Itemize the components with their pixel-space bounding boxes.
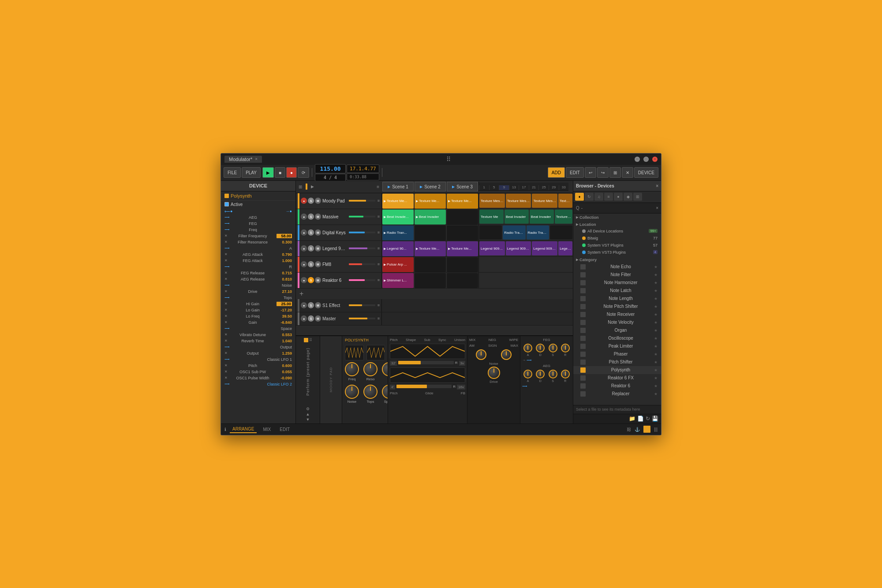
close-btn[interactable]: × (652, 157, 658, 162)
browser-item-note-latch[interactable]: Note Latch ★ (573, 287, 661, 295)
massive-clip-2[interactable]: ▶Beat Invader (415, 210, 446, 225)
browser-item-replacer[interactable]: Replacer ★ (573, 390, 661, 398)
fm8-solo[interactable]: S (308, 261, 314, 267)
add-track-btn[interactable]: + (299, 290, 303, 298)
browser-folder-icon[interactable]: 📁 (629, 416, 635, 422)
status-link-icon[interactable]: ⛓ (627, 427, 631, 432)
browser-item-peak-limiter[interactable]: Peak Limiter ★ (573, 342, 661, 350)
master-rec[interactable]: ● (301, 315, 307, 322)
browser-item-organ[interactable]: Organ ★ (573, 326, 661, 334)
massive-rec[interactable]: ● (301, 213, 307, 220)
param-pitch[interactable]: ✕ Pitch 0.600 (221, 363, 295, 369)
param-feg-release[interactable]: ✕ FEG Release 0.715 (221, 270, 295, 276)
legend-909-arr-2[interactable]: Legend 909 Tec (506, 241, 531, 255)
freq-knob[interactable] (345, 362, 359, 376)
record-button[interactable]: ● (286, 167, 297, 178)
feg-d-knob[interactable] (536, 344, 545, 352)
moody-pad-rec[interactable]: ● (301, 198, 307, 204)
param-hi-gain[interactable]: ✕ Hi Gain 25.00 (221, 301, 295, 307)
browser-item-phaser[interactable]: Phaser ★ (573, 350, 661, 358)
space-knob[interactable] (382, 385, 388, 399)
legend-909-clip-1[interactable]: ▶Legend 90... (382, 241, 414, 256)
browser-item-note-receiver[interactable]: Note Receiver ★ (573, 311, 661, 318)
feg-r-knob[interactable] (561, 344, 570, 352)
massive-arr-1[interactable]: Texture Me (479, 210, 504, 224)
replacer-star[interactable]: ★ (654, 392, 658, 396)
aeg-d-knob[interactable] (536, 370, 545, 378)
browser-tab-files[interactable]: ≡ (604, 193, 613, 201)
stop-button[interactable]: ■ (275, 167, 285, 178)
param-aeg-release[interactable]: ✕ AEG Release 0.810 (221, 276, 295, 282)
play-mode-button[interactable]: PLAY (242, 167, 261, 178)
drive-knob[interactable] (488, 367, 500, 379)
delete-button[interactable]: ✕ (622, 167, 633, 178)
browser-tab-6[interactable]: ◆ (624, 193, 632, 201)
moody-pad-arr-4[interactable]: Texture M (558, 194, 572, 208)
mix-2-knob[interactable] (501, 349, 512, 360)
massive-clip-3[interactable] (447, 210, 478, 225)
browser-item-note-harmonizer[interactable]: Note Harmonizer ★ (573, 279, 661, 287)
tops-knob[interactable] (363, 385, 377, 399)
browser-item-note-velocity[interactable]: Note Velocity ★ (573, 318, 661, 326)
browser-refresh-icon[interactable]: ↻ (646, 416, 650, 422)
fm8-clip-2[interactable] (415, 257, 446, 272)
fm8-mute[interactable]: M (315, 261, 321, 267)
browser-item-note-length[interactable]: Note Length ★ (573, 295, 661, 303)
peak-limiter-star[interactable]: ★ (654, 344, 658, 348)
digital-keys-solo[interactable]: S (308, 229, 314, 236)
browser-new-icon[interactable]: 📄 (637, 416, 644, 422)
osc1-bar[interactable] (398, 361, 453, 364)
note-pitch-shifter-star[interactable]: ★ (654, 304, 658, 309)
active-checkbox[interactable] (224, 202, 229, 206)
status-bars-icon[interactable]: ||| (654, 427, 658, 432)
reso-knob[interactable] (363, 362, 377, 376)
massive-mute[interactable]: M (315, 213, 321, 220)
polysynth-star[interactable]: ★ (654, 368, 658, 372)
param-reverb-time[interactable]: ✕ Reverb Time 1.040 (221, 338, 295, 344)
bpm-display[interactable]: 115.00 (315, 164, 346, 173)
scene-1-btn[interactable]: ▶Scene 1 (382, 182, 414, 191)
browser-item-oscilloscope[interactable]: Oscilloscope ★ (573, 334, 661, 342)
moody-pad-clip-2[interactable]: ▶Texture Me... (415, 194, 446, 209)
loop-button[interactable]: ⟳ (298, 167, 309, 178)
moody-pad-solo[interactable]: S (308, 198, 314, 204)
reaktor6-mute[interactable]: M (315, 277, 321, 283)
massive-arr-3[interactable]: Beat Invader (530, 210, 554, 224)
browser-item-note-echo[interactable]: Note Echo ★ (573, 263, 661, 271)
legend-909-solo[interactable]: S (308, 245, 314, 251)
massive-clip-1[interactable]: ▶Beat Invade... (382, 210, 414, 225)
note-receiver-star[interactable]: ★ (654, 312, 658, 317)
legend-909-arr-3[interactable]: Legend 909 Techno (532, 241, 557, 255)
device-button[interactable]: DEVICE (634, 167, 658, 178)
param-output[interactable]: ✕ Output 1.259 (221, 350, 295, 356)
param-lo-gain[interactable]: ✕ Lo Gain -17.20 (221, 307, 295, 313)
param-aeg-attack[interactable]: ✕ AEG Attack 0.790 (221, 251, 295, 258)
digital-keys-mute[interactable]: M (315, 229, 321, 236)
noise-knob[interactable] (345, 385, 359, 399)
note-latch-star[interactable]: ★ (654, 288, 658, 293)
s1-rec[interactable]: ● (301, 302, 307, 308)
param-lo-freq[interactable]: ✕ Lo Freq 39.50 (221, 313, 295, 319)
note-filter-star[interactable]: ★ (654, 273, 658, 277)
legend-909-arr-1[interactable]: Legend 909 Tec (479, 241, 505, 255)
minimize-btn[interactable]: ─ (635, 157, 640, 162)
digital-keys-arr-3[interactable]: Radio Transmissio (527, 225, 549, 240)
play-button[interactable]: ▶ (262, 167, 274, 178)
arrange-tab[interactable]: ARRANGE (230, 426, 257, 433)
param-vibrato-detune[interactable]: ✕ Vibrato Detune 0.553 (221, 332, 295, 338)
param-osc1-sub[interactable]: ✕ OSC1 Sub PW 0.055 (221, 369, 295, 375)
note-harmonizer-star[interactable]: ★ (654, 281, 658, 285)
reaktor6-solo[interactable]: S (308, 277, 314, 283)
browser-tab-7[interactable]: ⊞ (633, 193, 642, 201)
legend-909-mute[interactable]: M (315, 245, 321, 251)
aeg-a-knob[interactable] (523, 370, 532, 378)
mix-1-knob[interactable] (476, 349, 486, 360)
master-mute[interactable]: M (315, 315, 321, 322)
reaktor6-clip-2[interactable] (415, 273, 446, 288)
massive-arr-2[interactable]: Beat Invader (505, 210, 529, 224)
a-knob[interactable] (382, 362, 388, 376)
s1-mute[interactable]: M (315, 302, 321, 308)
perform-arrow-down-icon[interactable]: ▼ (306, 417, 310, 422)
scene-3-btn[interactable]: ▶Scene 3 (447, 182, 478, 191)
status-orange-btn[interactable] (643, 426, 650, 433)
